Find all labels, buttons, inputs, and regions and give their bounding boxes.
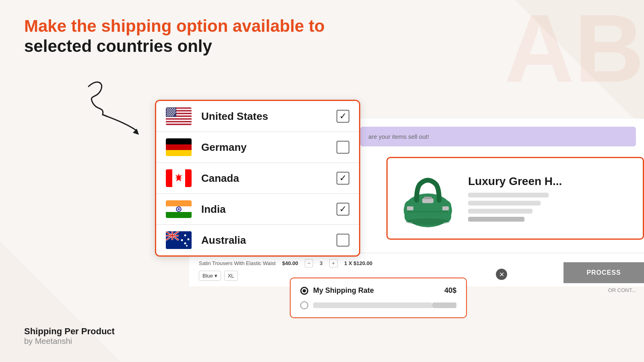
cart-line-total: 1 X $120.00 (344, 260, 372, 266)
svg-point-32 (171, 112, 172, 113)
product-title: Luxury Green H... (468, 175, 635, 188)
svg-point-15 (167, 108, 167, 109)
country-row-in[interactable]: India ✓ (156, 194, 359, 225)
ca-right (185, 169, 192, 187)
svg-point-56 (188, 239, 190, 241)
shipping-radio-active[interactable] (300, 287, 308, 295)
country-row-ca[interactable]: Canada ✓ (156, 163, 359, 194)
product-info: Luxury Green H... (468, 175, 635, 222)
header-title-orange: Make the shipping option available to (24, 16, 325, 36)
cart-item-name: Satin Trousers With Elastic Waist (199, 260, 276, 266)
country-row-us[interactable]: United States ✓ (156, 101, 359, 132)
shipping-inactive-bar (313, 302, 432, 308)
svg-point-16 (168, 108, 169, 109)
checkbox-ca[interactable]: ✓ (336, 172, 349, 185)
country-name-au: Australia (201, 234, 336, 247)
branding-section: Shipping Per Product by Meetanshi (24, 326, 115, 346)
flag-de (166, 138, 192, 156)
ca-mid (172, 169, 185, 187)
svg-point-26 (168, 111, 169, 111)
svg-point-33 (173, 112, 174, 113)
svg-rect-72 (424, 197, 432, 199)
cart-qty-value: 3 (320, 260, 322, 266)
bg-triangle-top-right (515, 0, 644, 129)
size-select[interactable]: XL (224, 271, 238, 281)
svg-point-47 (172, 115, 173, 116)
svg-rect-10 (166, 119, 192, 121)
cart-qty-minus[interactable]: − (305, 259, 314, 267)
svg-rect-75 (408, 211, 448, 212)
svg-point-39 (174, 113, 175, 114)
de-stripe-red (166, 144, 192, 150)
de-stripe-gold (166, 150, 192, 156)
header-title-black: selected countries only (24, 36, 325, 56)
shipping-rate-popup: My Shipping Rate 40$ (290, 278, 467, 318)
flag-in (166, 200, 192, 218)
svg-point-17 (170, 108, 171, 109)
svg-point-59 (186, 245, 188, 247)
country-name-ca: Canada (201, 172, 336, 185)
svg-point-58 (181, 239, 183, 241)
ca-left (166, 169, 172, 187)
close-cart-button[interactable]: ✕ (496, 269, 507, 280)
svg-rect-8 (166, 117, 192, 118)
shipping-inactive-price (432, 302, 456, 308)
svg-point-43 (173, 114, 174, 115)
svg-point-76 (406, 218, 450, 225)
cart-item-price: $40.00 (282, 260, 298, 266)
checkbox-de[interactable] (336, 141, 349, 154)
svg-point-57 (184, 243, 186, 245)
svg-point-45 (168, 115, 169, 116)
in-saffron (166, 200, 192, 206)
svg-point-42 (171, 114, 172, 115)
svg-rect-11 (166, 121, 192, 122)
svg-point-44 (167, 115, 167, 116)
desc-line-2 (468, 201, 541, 206)
svg-rect-12 (166, 122, 192, 123)
svg-point-35 (167, 113, 167, 114)
svg-point-19 (174, 108, 175, 109)
brand-name: Shipping Per Product (24, 326, 115, 337)
svg-point-46 (170, 115, 171, 116)
country-selection-panel: United States ✓ Germany (155, 100, 360, 257)
product-description-lines (468, 193, 635, 222)
svg-point-27 (170, 111, 171, 111)
svg-point-40 (167, 114, 168, 115)
radio-dot (303, 289, 306, 292)
checkbox-us[interactable]: ✓ (336, 110, 349, 123)
svg-point-20 (167, 109, 168, 110)
country-row-au[interactable]: Australia (156, 225, 359, 255)
svg-point-36 (168, 113, 169, 114)
svg-rect-9 (166, 118, 192, 119)
checkmark-in: ✓ (339, 204, 347, 214)
cart-qty-plus[interactable]: + (329, 259, 338, 267)
svg-point-31 (169, 112, 170, 113)
shipping-option-active[interactable]: My Shipping Rate 40$ (300, 286, 456, 295)
svg-point-28 (172, 111, 173, 111)
svg-point-25 (167, 111, 167, 111)
checkbox-au[interactable] (336, 234, 349, 247)
or-continue-text: OR CONT... (608, 287, 636, 293)
shipping-radio-inactive[interactable] (300, 301, 308, 309)
process-button[interactable]: PROCESS (564, 262, 644, 283)
checkmark-ca: ✓ (339, 173, 347, 183)
checkmark-us: ✓ (339, 111, 347, 121)
country-row-de[interactable]: Germany (156, 132, 359, 163)
de-stripe-black (166, 138, 192, 144)
color-select[interactable]: Blue ▾ (199, 271, 221, 281)
in-white (166, 206, 192, 212)
country-name-de: Germany (201, 141, 336, 154)
shipping-rate-price: 40$ (444, 286, 456, 295)
product-image (396, 166, 460, 230)
svg-point-30 (167, 112, 168, 113)
brand-by: by Meetanshi (24, 337, 115, 346)
country-name-in: India (201, 203, 336, 216)
svg-point-38 (172, 113, 173, 114)
in-green (166, 212, 192, 218)
flag-au (166, 231, 192, 249)
shipping-option-inactive[interactable] (300, 301, 456, 309)
checkbox-in[interactable]: ✓ (336, 203, 349, 216)
svg-point-24 (175, 109, 175, 110)
svg-point-29 (174, 111, 175, 111)
svg-point-18 (172, 108, 173, 109)
